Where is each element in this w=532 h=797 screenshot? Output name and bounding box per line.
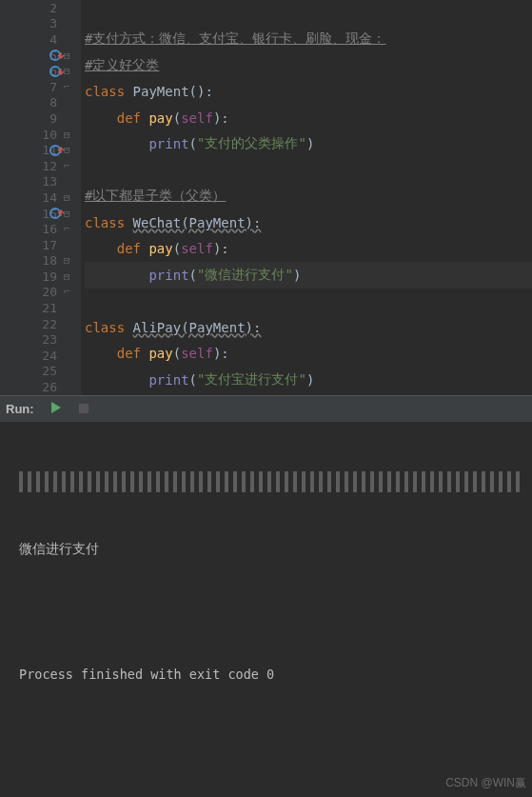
line-number: 4 [49, 32, 57, 47]
line-number: 23 [42, 332, 57, 347]
console-output[interactable]: 微信进行支付 Process finished with exit code 0… [0, 422, 532, 797]
fold-icon[interactable]: ⊟ [64, 50, 73, 62]
code-line [85, 289, 532, 315]
line-number: 22 [42, 317, 57, 331]
run-stop-icon[interactable] [78, 402, 89, 417]
line-number: 21 [42, 301, 57, 315]
code-line: def pay(self): [85, 341, 532, 368]
fold-close-icon[interactable]: ⌐ [64, 286, 73, 298]
code-line: class WeChat(PayMent): [85, 209, 532, 236]
redacted-line [19, 471, 524, 492]
fold-close-icon[interactable]: ⌐ [64, 81, 73, 93]
fold-icon[interactable]: ⊟ [64, 191, 73, 204]
code-line: print("支付宝进行支付") [85, 367, 532, 393]
line-number: 8 [49, 95, 57, 110]
line-number: 19 [42, 269, 57, 284]
line-number: 24 [42, 349, 57, 363]
console-line: Process finished with exit code 0 [19, 664, 524, 685]
run-label: Run: [6, 402, 34, 416]
fold-icon[interactable]: ⊟ [64, 144, 73, 156]
fold-icon[interactable]: ⊟ [64, 208, 73, 220]
line-number: 17 [42, 238, 57, 252]
fold-icon[interactable]: ⊟ [64, 65, 73, 77]
line-number: 10 [42, 128, 57, 142]
override-down-icon[interactable] [49, 64, 65, 79]
run-toolbar: Run: [0, 395, 532, 422]
line-number: 18 [42, 253, 57, 268]
code-line: #以下都是子类（父类） [85, 184, 532, 210]
console-line: 微信进行支付 [19, 538, 524, 559]
line-number: 20 [42, 285, 57, 299]
override-down-icon[interactable] [49, 48, 65, 63]
line-number: 16 [42, 222, 57, 236]
line-number: 9 [49, 111, 57, 126]
code-area[interactable]: #支付方式：微信、支付宝、银行卡、刷脸、现金： #定义好父类 class Pay… [81, 0, 532, 395]
line-number: 12 [42, 159, 57, 173]
code-line: #定义好父类 [85, 52, 532, 79]
gutter: 2 3 4 5⊟ 6⊟ 7⌐ 8 9 10⊟ 11⊟ 12⌐ 13 14⊟ [0, 0, 81, 395]
run-play-icon[interactable] [49, 401, 63, 417]
line-number: 3 [49, 16, 57, 30]
code-line: def pay(self): [85, 236, 532, 263]
fold-close-icon[interactable]: ⌐ [64, 223, 73, 235]
svg-rect-4 [79, 404, 89, 413]
line-number: 7 [49, 80, 57, 94]
fold-icon[interactable]: ⊟ [64, 254, 73, 267]
code-line-highlighted: print("微信进行支付") [85, 262, 532, 289]
override-up-icon[interactable] [49, 206, 65, 221]
code-line: class AliPay(PayMent): [85, 314, 532, 341]
line-number: 2 [49, 1, 57, 15]
watermark: CSDN @WIN赢 [445, 772, 526, 793]
editor-area: 2 3 4 5⊟ 6⊟ 7⌐ 8 9 10⊟ 11⊟ 12⌐ 13 14⊟ [0, 0, 532, 395]
code-line [85, 0, 532, 27]
console-line [19, 601, 524, 622]
line-number: 25 [42, 364, 57, 378]
code-line: print("支付的父类操作") [85, 131, 532, 158]
code-line [85, 157, 532, 184]
fold-close-icon[interactable]: ⌐ [64, 160, 73, 172]
override-up-icon[interactable] [49, 143, 65, 158]
line-number: 26 [42, 380, 57, 394]
console-line [19, 727, 524, 747]
code-line: def pay(self): [85, 105, 532, 131]
fold-icon[interactable]: ⊟ [64, 129, 73, 141]
code-line: class PayMent(): [85, 79, 532, 106]
fold-icon[interactable]: ⊟ [64, 270, 73, 283]
code-line: #支付方式：微信、支付宝、银行卡、刷脸、现金： [85, 27, 532, 53]
line-number: 13 [42, 174, 57, 189]
line-number: 14 [42, 190, 57, 205]
